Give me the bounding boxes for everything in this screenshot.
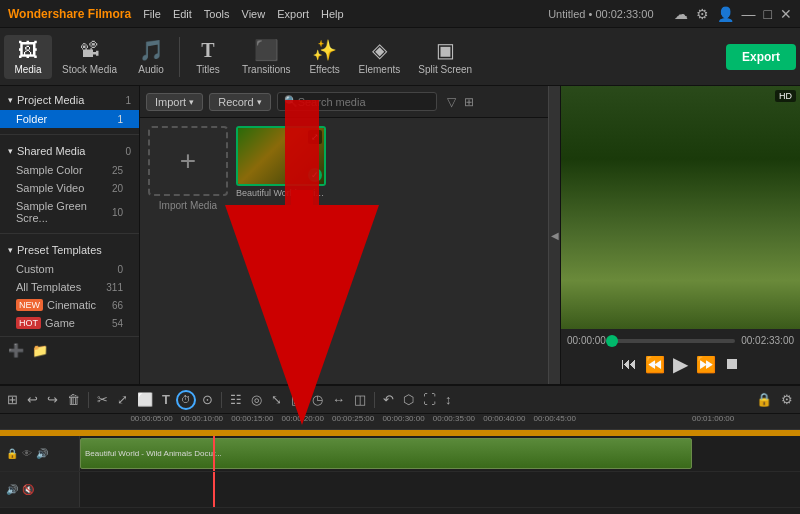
ruler-mark-3: 00:00:15:00: [231, 414, 273, 423]
timeline-undo-button[interactable]: ↩: [24, 390, 41, 409]
ribbon-transitions[interactable]: ⬛ Transitions: [234, 34, 299, 79]
sidebar-item-sample-green[interactable]: Sample Green Scre... 10: [0, 197, 139, 227]
settings-icon[interactable]: ⚙: [696, 6, 709, 22]
timeline-transform-button[interactable]: ⬜: [134, 390, 156, 409]
minimize-icon[interactable]: —: [742, 6, 756, 22]
timeline-snap-button[interactable]: ↶: [380, 390, 397, 409]
track-row-video: 🔒 👁 🔊 Beautiful World - Wild Animals Doc…: [0, 436, 800, 472]
grid-icon[interactable]: ⊞: [464, 95, 474, 109]
sidebar-item-sample-color[interactable]: Sample Color 25: [0, 161, 139, 179]
ribbon-split-screen[interactable]: ▣ Split Screen: [410, 34, 480, 79]
timeline-fit-button[interactable]: ⤡: [268, 390, 285, 409]
preview-slider[interactable]: [612, 339, 735, 343]
playback-buttons: ⏮ ⏪ ▶ ⏩ ⏹: [567, 348, 794, 380]
play-button[interactable]: ▶: [673, 352, 688, 376]
timeline-lock-button[interactable]: 🔒: [753, 390, 775, 409]
rewind-button[interactable]: ⏪: [645, 355, 665, 374]
import-button[interactable]: Import ▾: [146, 93, 203, 111]
ribbon: 🖼 Media 📽 Stock Media 🎵 Audio T Titles ⬛…: [0, 28, 800, 86]
sample-green-count: 10: [112, 207, 123, 218]
shared-media-header[interactable]: ▾ Shared Media 0: [0, 141, 139, 161]
ruler-marks: 00:00:05:00 00:00:10:00 00:00:15:00 00:0…: [80, 414, 800, 429]
sample-green-label: Sample Green Scre...: [16, 200, 112, 224]
record-button[interactable]: Record ▾: [209, 93, 270, 111]
ribbon-elements[interactable]: ◈ Elements: [351, 34, 409, 79]
track-label-audio: 🔊 🔇: [0, 472, 80, 507]
timeline-keyframe-button[interactable]: ◎: [248, 390, 265, 409]
timeline-text-button[interactable]: T: [159, 390, 173, 409]
timeline-crop-button[interactable]: ⤢: [114, 390, 131, 409]
ribbon-titles[interactable]: T Titles: [184, 35, 232, 79]
ribbon-stock-media[interactable]: 📽 Stock Media: [54, 35, 125, 79]
timeline: ⊞ ↩ ↪ 🗑 ✂ ⤢ ⬜ T ⏱ ⊙ ☷ ◎ ⤡ ▣ ◷ ↔ ◫ ↶ ⬡ ⛶ …: [0, 384, 800, 514]
collapse-tab[interactable]: ◀: [548, 86, 560, 384]
ribbon-effects-label: Effects: [309, 64, 339, 75]
menu-file[interactable]: File: [143, 8, 161, 20]
timeline-split-button[interactable]: ▣: [288, 390, 306, 409]
track-clip-video[interactable]: Beautiful World - Wild Animals Docur...: [80, 438, 692, 469]
cloud-icon[interactable]: ☁: [674, 6, 688, 22]
ribbon-split-label: Split Screen: [418, 64, 472, 75]
sidebar-item-all-templates[interactable]: All Templates 311: [0, 278, 139, 296]
timeline-zoom-fit-button[interactable]: ⛶: [420, 390, 439, 409]
ribbon-audio-label: Audio: [138, 64, 164, 75]
media-thumb-beautiful-world[interactable]: ⤢ ✓ Beautiful World - Wild A...: [236, 126, 326, 376]
account-icon[interactable]: 👤: [717, 6, 734, 22]
divider-2: [0, 233, 139, 234]
timeline-delete-button[interactable]: 🗑: [64, 390, 83, 409]
custom-count: 0: [117, 264, 123, 275]
search-box[interactable]: 🔍: [277, 92, 437, 111]
timeline-layers-button[interactable]: ☷: [227, 390, 245, 409]
sidebar-folder-button[interactable]: 📁: [32, 343, 48, 358]
timeline-timer-button[interactable]: ⏱: [176, 390, 196, 410]
timeline-record-button[interactable]: ⊙: [199, 390, 216, 409]
menu-help[interactable]: Help: [321, 8, 344, 20]
ribbon-audio[interactable]: 🎵 Audio: [127, 34, 175, 79]
ribbon-transitions-label: Transitions: [242, 64, 291, 75]
media-thumb-image: ⤢ ✓: [236, 126, 326, 186]
timeline-zoom-in-button[interactable]: ↕: [442, 390, 455, 409]
effects-icon: ✨: [312, 38, 337, 62]
fast-forward-button[interactable]: ⏩: [696, 355, 716, 374]
menu-edit[interactable]: Edit: [173, 8, 192, 20]
ribbon-stock-label: Stock Media: [62, 64, 117, 75]
timeline-redo-button[interactable]: ↪: [44, 390, 61, 409]
menu-export[interactable]: Export: [277, 8, 309, 20]
timeline-audio-button[interactable]: ◫: [351, 390, 369, 409]
cinematic-label: Cinematic: [47, 299, 96, 311]
timeline-settings-button[interactable]: ⚙: [778, 390, 796, 409]
sidebar-item-custom[interactable]: Custom 0: [0, 260, 139, 278]
sidebar-item-cinematic[interactable]: NEW Cinematic 66: [0, 296, 139, 314]
menu-tools[interactable]: Tools: [204, 8, 230, 20]
close-icon[interactable]: ✕: [780, 6, 792, 22]
preview-controls: 00:00:00 00:02:33:00 ⏮ ⏪ ▶ ⏩ ⏹: [561, 329, 800, 384]
ribbon-media[interactable]: 🖼 Media: [4, 35, 52, 79]
timeline-magnet-button[interactable]: ⬡: [400, 390, 417, 409]
topbar: Wondershare Filmora File Edit Tools View…: [0, 0, 800, 28]
ribbon-effects[interactable]: ✨ Effects: [301, 34, 349, 79]
timeline-rotate-button[interactable]: ◷: [309, 390, 326, 409]
timeline-cut-button[interactable]: ✂: [94, 390, 111, 409]
timeline-stretch-button[interactable]: ↔: [329, 390, 348, 409]
import-media-area[interactable]: + Import Media: [148, 126, 228, 376]
import-arrow-icon: ▾: [189, 97, 194, 107]
maximize-icon[interactable]: □: [764, 6, 772, 22]
import-media-button[interactable]: +: [148, 126, 228, 196]
preset-templates-header[interactable]: ▾ Preset Templates: [0, 240, 139, 260]
skip-back-button[interactable]: ⏮: [621, 355, 637, 373]
sample-video-count: 20: [112, 183, 123, 194]
filter-icon[interactable]: ▽: [447, 95, 456, 109]
search-input[interactable]: [298, 96, 430, 108]
project-media-header[interactable]: ▾ Project Media 1: [0, 90, 139, 110]
sidebar-item-folder[interactable]: Folder 1: [0, 110, 139, 128]
hot-badge: HOT: [16, 317, 41, 329]
game-count: 54: [112, 318, 123, 329]
ribbon-titles-label: Titles: [196, 64, 220, 75]
menu-view[interactable]: View: [242, 8, 266, 20]
timeline-grid-button[interactable]: ⊞: [4, 390, 21, 409]
sidebar-item-game[interactable]: HOT Game 54: [0, 314, 139, 332]
sidebar-item-sample-video[interactable]: Sample Video 20: [0, 179, 139, 197]
stop-button[interactable]: ⏹: [724, 355, 740, 373]
sidebar-add-button[interactable]: ➕: [8, 343, 24, 358]
export-button[interactable]: Export: [726, 44, 796, 70]
